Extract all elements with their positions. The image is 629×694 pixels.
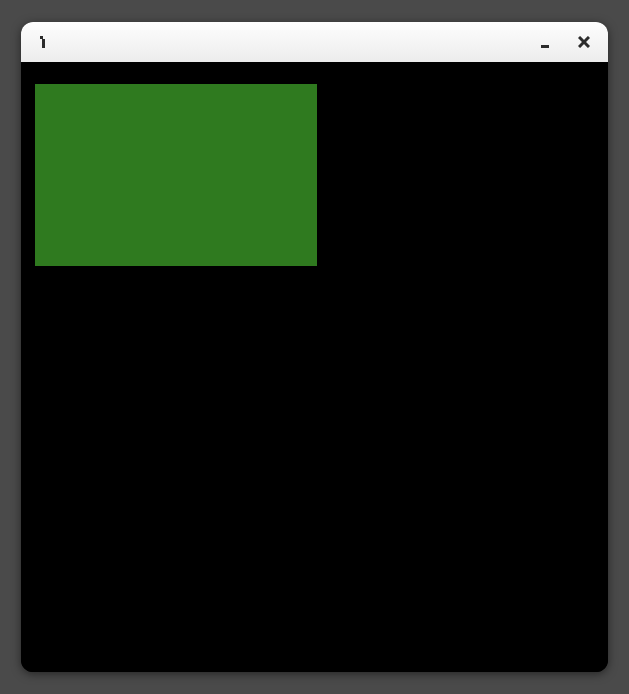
minimize-button[interactable] (540, 36, 550, 48)
svg-rect-0 (40, 36, 43, 39)
green-rectangle (35, 84, 317, 266)
app-icon (39, 36, 49, 48)
canvas-area (21, 62, 608, 672)
svg-rect-1 (42, 39, 45, 48)
application-window (21, 22, 608, 672)
titlebar-controls (540, 36, 590, 48)
close-button[interactable] (578, 36, 590, 48)
minimize-icon (541, 45, 549, 48)
titlebar-left (39, 36, 49, 48)
titlebar[interactable] (21, 22, 608, 62)
close-icon (578, 36, 590, 48)
